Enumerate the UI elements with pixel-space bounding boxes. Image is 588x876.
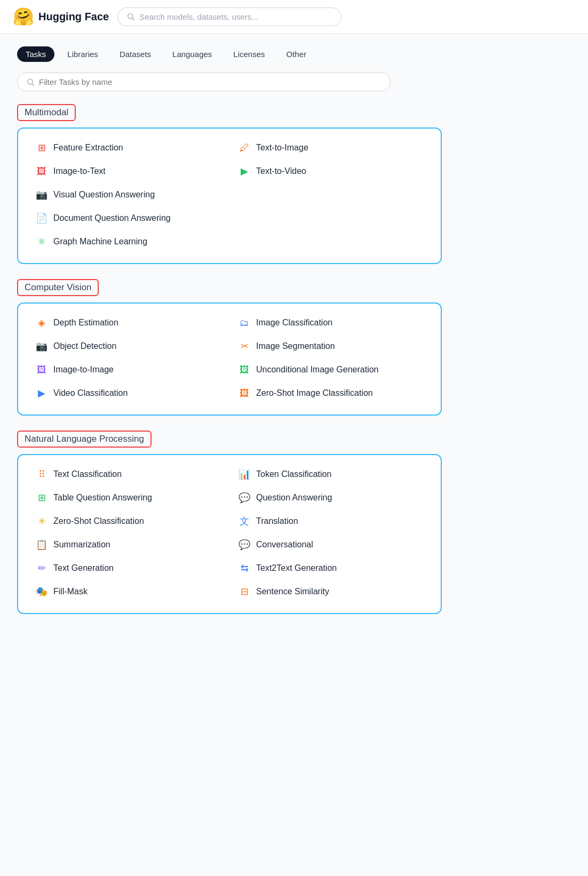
items-box-computer-vision: ◈Depth Estimation🗂Image Classification📷O…	[17, 302, 442, 416]
task-icon: 文	[238, 515, 251, 528]
task-label: Graph Machine Learning	[53, 237, 147, 246]
task-label: Zero-Shot Classification	[53, 516, 144, 526]
task-label: Visual Question Answering	[53, 190, 155, 200]
task-icon: ⊞	[35, 141, 48, 154]
task-icon: ⊟	[238, 585, 251, 598]
task-item-text-to-image[interactable]: 🖊Text-to-Image	[232, 137, 430, 158]
task-item-image-segmentation[interactable]: ✂Image Segmentation	[232, 336, 430, 357]
task-icon: ⠿	[35, 468, 48, 481]
task-item-image-to-text[interactable]: 🖼Image-to-Text	[29, 161, 227, 182]
task-label: Text2Text Generation	[256, 563, 337, 573]
task-icon: 🖼	[238, 387, 251, 400]
task-item-video-classification[interactable]: ▶Video Classification	[29, 383, 227, 404]
category-label-multimodal: Multimodal	[17, 104, 76, 121]
task-label: Object Detection	[53, 341, 116, 351]
task-item-unconditional-image-generation[interactable]: 🖼Unconditional Image Generation	[232, 359, 430, 380]
tab-other[interactable]: Other	[278, 46, 315, 62]
category-label-computer-vision: Computer Vision	[17, 279, 99, 296]
logo-emoji: 🤗	[13, 6, 34, 27]
task-item-summarization[interactable]: 📋Summarization	[29, 534, 227, 555]
task-icon: 💬	[238, 491, 251, 504]
task-item-table-question-answering[interactable]: ⊞Table Question Answering	[29, 487, 227, 508]
task-label: Text-to-Video	[256, 166, 306, 176]
task-label: Document Question Answering	[53, 213, 171, 223]
task-icon: ▶	[35, 387, 48, 400]
task-label: Image-to-Text	[53, 166, 106, 176]
task-label: Text-to-Image	[256, 143, 308, 153]
task-icon: 🖼	[35, 363, 48, 376]
task-label: Feature Extraction	[53, 143, 123, 153]
svg-line-1	[132, 18, 134, 20]
task-label: Depth Estimation	[53, 318, 118, 328]
filter-input-wrapper[interactable]	[17, 73, 391, 91]
task-label: Image Segmentation	[256, 341, 335, 351]
task-label: Text Generation	[53, 563, 114, 573]
task-icon: 💬	[238, 538, 251, 551]
task-icon: 📷	[35, 340, 48, 353]
task-item-text2text-generation[interactable]: ⇆Text2Text Generation	[232, 558, 430, 579]
task-item-visual-question-answering[interactable]: 📷Visual Question Answering	[29, 184, 430, 205]
categories-container: Multimodal⊞Feature Extraction🖊Text-to-Im…	[17, 104, 442, 614]
header-search-bar[interactable]: Search models, datasets, users...	[117, 7, 341, 26]
task-icon: 🖼	[238, 363, 251, 376]
task-label: Image Classification	[256, 318, 332, 328]
task-item-image-to-image[interactable]: 🖼Image-to-Image	[29, 359, 227, 380]
category-nlp: Natural Language Processing⠿Text Classif…	[17, 431, 442, 614]
main-content: TasksLibrariesDatasetsLanguagesLicensesO…	[0, 34, 459, 642]
task-item-text-generation[interactable]: ✏Text Generation	[29, 558, 227, 579]
task-item-zero-shot-image-classification[interactable]: 🖼Zero-Shot Image Classification	[232, 383, 430, 404]
task-label: Text Classification	[53, 469, 122, 479]
task-item-token-classification[interactable]: 📊Token Classification	[232, 464, 430, 485]
task-item-feature-extraction[interactable]: ⊞Feature Extraction	[29, 137, 227, 158]
search-placeholder: Search models, datasets, users...	[139, 12, 258, 21]
task-item-image-classification[interactable]: 🗂Image Classification	[232, 312, 430, 333]
task-icon: ⊞	[35, 491, 48, 504]
task-label: Fill-Mask	[53, 587, 88, 596]
search-icon	[126, 12, 135, 21]
task-item-zero-shot-classification[interactable]: ✳Zero-Shot Classification	[29, 511, 227, 532]
items-box-nlp: ⠿Text Classification📊Token Classificatio…	[17, 454, 442, 614]
category-label-nlp: Natural Language Processing	[17, 431, 152, 448]
filter-input[interactable]	[39, 77, 382, 86]
task-label: Zero-Shot Image Classification	[256, 388, 373, 398]
task-icon: ✂	[238, 340, 251, 353]
tab-libraries[interactable]: Libraries	[59, 46, 107, 62]
task-label: Unconditional Image Generation	[256, 365, 378, 375]
task-label: Image-to-Image	[53, 365, 114, 375]
task-item-fill-mask[interactable]: 🎭Fill-Mask	[29, 581, 227, 602]
items-box-multimodal: ⊞Feature Extraction🖊Text-to-Image🖼Image-…	[17, 128, 442, 264]
task-item-graph-machine-learning[interactable]: ⚛Graph Machine Learning	[29, 231, 430, 252]
filter-search-icon	[26, 78, 35, 86]
task-icon: ◈	[35, 316, 48, 329]
task-item-sentence-similarity[interactable]: ⊟Sentence Similarity	[232, 581, 430, 602]
task-icon: ⇆	[238, 562, 251, 575]
task-item-text-classification[interactable]: ⠿Text Classification	[29, 464, 227, 485]
task-label: Sentence Similarity	[256, 587, 329, 596]
tab-tasks[interactable]: Tasks	[17, 46, 54, 62]
task-item-text-to-video[interactable]: ▶Text-to-Video	[232, 161, 430, 182]
category-multimodal: Multimodal⊞Feature Extraction🖊Text-to-Im…	[17, 104, 442, 264]
category-computer-vision: Computer Vision◈Depth Estimation🗂Image C…	[17, 279, 442, 416]
task-item-depth-estimation[interactable]: ◈Depth Estimation	[29, 312, 227, 333]
task-icon: ▶	[238, 165, 251, 178]
task-label: Token Classification	[256, 469, 331, 479]
task-item-question-answering[interactable]: 💬Question Answering	[232, 487, 430, 508]
tab-datasets[interactable]: Datasets	[111, 46, 160, 62]
filter-tabs: TasksLibrariesDatasetsLanguagesLicensesO…	[17, 46, 442, 62]
svg-line-3	[32, 84, 34, 86]
task-item-conversational[interactable]: 💬Conversational	[232, 534, 430, 555]
task-icon: 🖊	[238, 141, 251, 154]
task-item-document-question-answering[interactable]: 📄Document Question Answering	[29, 208, 430, 229]
tab-languages[interactable]: Languages	[164, 46, 220, 62]
task-item-object-detection[interactable]: 📷Object Detection	[29, 336, 227, 357]
svg-point-2	[28, 79, 33, 84]
tab-licenses[interactable]: Licenses	[225, 46, 273, 62]
task-label: Translation	[256, 516, 298, 526]
task-icon: ⚛	[35, 235, 48, 248]
task-icon: ✳	[35, 515, 48, 528]
header: 🤗 Hugging Face Search models, datasets, …	[0, 0, 588, 34]
task-item-translation[interactable]: 文Translation	[232, 511, 430, 532]
task-label: Table Question Answering	[53, 493, 152, 503]
task-icon: 📋	[35, 538, 48, 551]
task-icon: 🎭	[35, 585, 48, 598]
